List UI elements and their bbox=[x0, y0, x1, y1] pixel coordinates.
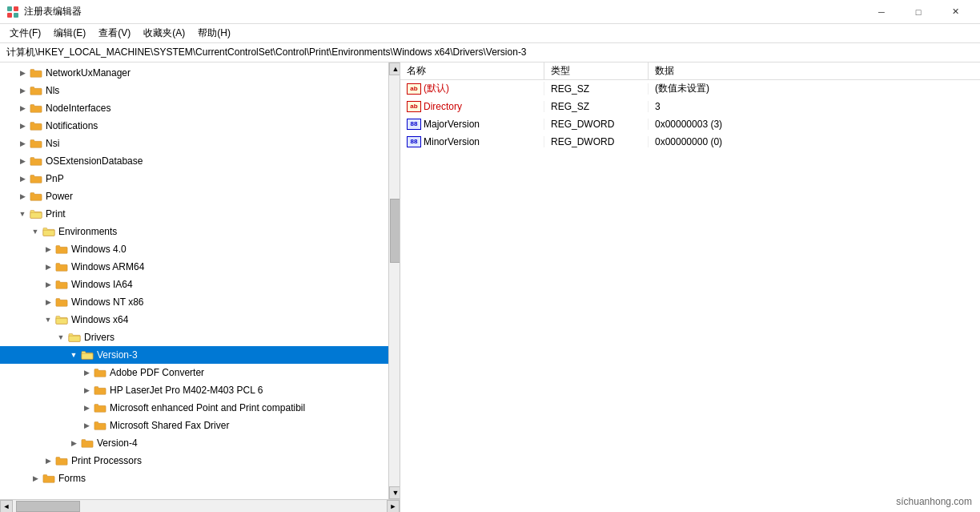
tree-item-win40[interactable]: ▶ Windows 4.0 bbox=[0, 240, 400, 258]
tree-toggle-power[interactable]: ▶ bbox=[16, 190, 29, 203]
tree-toggle-pnp[interactable]: ▶ bbox=[16, 172, 29, 185]
scrollbar-down-button[interactable]: ▼ bbox=[389, 486, 400, 499]
tree-toggle-version4[interactable]: ▶ bbox=[67, 437, 80, 450]
folder-icon-nsi bbox=[29, 137, 43, 150]
tree-label-hplaserjet: HP LaserJet Pro M402-M403 PCL 6 bbox=[110, 381, 263, 399]
tree-item-winx64[interactable]: ▼ Windows x64 bbox=[0, 311, 400, 329]
tree-item-osextdb[interactable]: ▶ OSExtensionDatabase bbox=[0, 152, 400, 170]
tree-item-version3[interactable]: ▼ Version-3 bbox=[0, 346, 400, 364]
folder-icon-version3 bbox=[80, 349, 94, 361]
menu-favorites[interactable]: 收藏夹(A) bbox=[137, 25, 191, 42]
right-cell-name-0: ab(默认) bbox=[400, 82, 544, 95]
right-row-0[interactable]: ab(默认)REG_SZ(数值未设置) bbox=[400, 80, 980, 98]
tree-vertical-scrollbar[interactable]: ▲ ▼ bbox=[388, 62, 400, 499]
folder-icon-version4 bbox=[80, 437, 94, 450]
menu-file[interactable]: 文件(F) bbox=[3, 25, 47, 42]
minimize-button[interactable]: ─ bbox=[863, 0, 900, 24]
tree-item-printproc[interactable]: ▶ Print Processors bbox=[0, 452, 400, 470]
menu-edit[interactable]: 编辑(E) bbox=[47, 25, 92, 42]
reg-name-text-0: (默认) bbox=[424, 82, 449, 95]
tree-toggle-forms[interactable]: ▶ bbox=[29, 472, 42, 485]
tree-item-version4[interactable]: ▶ Version-4 bbox=[0, 434, 400, 452]
tree-toggle-msenhanced[interactable]: ▶ bbox=[80, 401, 93, 414]
scrollbar-thumb[interactable] bbox=[390, 199, 400, 263]
tree-label-win40: Windows 4.0 bbox=[71, 240, 127, 258]
tree-item-nls[interactable]: ▶ Nls bbox=[0, 82, 400, 99]
tree-toggle-winntx86[interactable]: ▶ bbox=[42, 296, 54, 308]
h-scrollbar-track[interactable] bbox=[13, 500, 387, 512]
right-row-1[interactable]: abDirectoryREG_SZ3 bbox=[400, 98, 980, 115]
tree-item-hplaserjet[interactable]: ▶ HP LaserJet Pro M402-M403 PCL 6 bbox=[0, 381, 400, 399]
tree-item-nsi[interactable]: ▶ Nsi bbox=[0, 135, 400, 152]
menu-help[interactable]: 帮助(H) bbox=[191, 25, 237, 42]
tree-item-power[interactable]: ▶ Power bbox=[0, 187, 400, 205]
menu-view[interactable]: 查看(V) bbox=[92, 25, 137, 42]
tree-item-drivers[interactable]: ▼ Drivers bbox=[0, 329, 400, 346]
reg-icon-1: ab bbox=[407, 101, 421, 112]
col-header-data[interactable]: 数据 bbox=[649, 62, 980, 79]
tree-item-winia64[interactable]: ▶ Windows IA64 bbox=[0, 276, 400, 293]
tree-content[interactable]: ▶ NetworkUxManager▶ Nls▶ NodeInterfaces▶… bbox=[0, 62, 400, 499]
tree-label-winntx86: Windows NT x86 bbox=[71, 293, 143, 311]
close-button[interactable]: ✕ bbox=[937, 0, 974, 24]
tree-toggle-environments[interactable]: ▼ bbox=[29, 225, 42, 238]
tree-toggle-winarm64[interactable]: ▶ bbox=[42, 260, 54, 273]
tree-label-adobepdf: Adobe PDF Converter bbox=[110, 364, 204, 381]
tree-item-environments[interactable]: ▼ Environments bbox=[0, 223, 400, 240]
h-scrollbar-right-button[interactable]: ► bbox=[387, 500, 400, 513]
tree-item-networkux[interactable]: ▶ NetworkUxManager bbox=[0, 64, 400, 82]
tree-toggle-adobepdf[interactable]: ▶ bbox=[80, 366, 93, 379]
tree-label-nls: Nls bbox=[46, 82, 59, 99]
tree-toggle-msfax[interactable]: ▶ bbox=[80, 419, 93, 432]
tree-item-winntx86[interactable]: ▶ Windows NT x86 bbox=[0, 293, 400, 311]
window-title: 注册表编辑器 bbox=[24, 5, 82, 18]
tree-toggle-nodeinterfaces[interactable]: ▶ bbox=[16, 102, 29, 115]
right-cell-type-0: REG_SZ bbox=[544, 83, 649, 95]
tree-toggle-osextdb[interactable]: ▶ bbox=[16, 155, 29, 167]
tree-toggle-hplaserjet[interactable]: ▶ bbox=[80, 384, 93, 397]
maximize-button[interactable]: □ bbox=[900, 0, 937, 24]
tree-item-adobepdf[interactable]: ▶ Adobe PDF Converter bbox=[0, 364, 400, 381]
tree-toggle-winia64[interactable]: ▶ bbox=[42, 278, 54, 291]
tree-label-networkux: NetworkUxManager bbox=[46, 64, 131, 82]
tree-item-nodeinterfaces[interactable]: ▶ NodeInterfaces bbox=[0, 99, 400, 117]
h-scrollbar-thumb[interactable] bbox=[16, 501, 80, 512]
tree-item-forms[interactable]: ▶ Forms bbox=[0, 470, 400, 487]
tree-item-winarm64[interactable]: ▶ Windows ARM64 bbox=[0, 258, 400, 276]
tree-horizontal-scrollbar[interactable]: ◄ ► bbox=[0, 499, 400, 512]
reg-name-text-1: Directory bbox=[424, 101, 462, 112]
tree-toggle-win40[interactable]: ▶ bbox=[42, 243, 54, 256]
tree-label-winx64: Windows x64 bbox=[71, 311, 128, 329]
tree-toggle-print[interactable]: ▼ bbox=[16, 208, 29, 220]
right-cell-type-3: REG_DWORD bbox=[544, 136, 649, 147]
tree-item-notifications[interactable]: ▶ Notifications bbox=[0, 117, 400, 135]
folder-icon-osextdb bbox=[29, 155, 43, 167]
scrollbar-track[interactable] bbox=[389, 75, 400, 486]
tree-toggle-drivers[interactable]: ▼ bbox=[54, 331, 67, 344]
tree-toggle-networkux[interactable]: ▶ bbox=[16, 67, 29, 79]
address-bar: 计算机\HKEY_LOCAL_MACHINE\SYSTEM\CurrentCon… bbox=[0, 43, 980, 62]
right-row-3[interactable]: 88MinorVersionREG_DWORD0x00000000 (0) bbox=[400, 133, 980, 151]
col-header-type[interactable]: 类型 bbox=[544, 62, 649, 79]
tree-item-msfax[interactable]: ▶ Microsoft Shared Fax Driver bbox=[0, 417, 400, 434]
main-content: ▶ NetworkUxManager▶ Nls▶ NodeInterfaces▶… bbox=[0, 62, 980, 512]
tree-item-pnp[interactable]: ▶ PnP bbox=[0, 170, 400, 187]
tree-toggle-notifications[interactable]: ▶ bbox=[16, 119, 29, 132]
scrollbar-up-button[interactable]: ▲ bbox=[389, 62, 400, 75]
tree-toggle-winx64[interactable]: ▼ bbox=[42, 313, 54, 326]
tree-toggle-printproc[interactable]: ▶ bbox=[42, 454, 54, 467]
h-scrollbar-left-button[interactable]: ◄ bbox=[0, 500, 13, 513]
folder-icon-winarm64 bbox=[54, 260, 69, 273]
col-header-name[interactable]: 名称 bbox=[400, 62, 544, 79]
folder-icon-pnp bbox=[29, 172, 43, 185]
tree-item-print[interactable]: ▼ Print bbox=[0, 205, 400, 223]
tree-toggle-nsi[interactable]: ▶ bbox=[16, 137, 29, 150]
window-controls[interactable]: ─ □ ✕ bbox=[863, 0, 974, 24]
tree-label-pnp: PnP bbox=[46, 170, 64, 187]
right-row-2[interactable]: 88MajorVersionREG_DWORD0x00000003 (3) bbox=[400, 115, 980, 133]
tree-item-msenhanced[interactable]: ▶ Microsoft enhanced Point and Print com… bbox=[0, 399, 400, 417]
tree-toggle-nls[interactable]: ▶ bbox=[16, 84, 29, 97]
folder-icon-drivers bbox=[67, 331, 82, 344]
reg-name-text-2: MajorVersion bbox=[424, 119, 480, 130]
tree-toggle-version3[interactable]: ▼ bbox=[67, 349, 80, 361]
